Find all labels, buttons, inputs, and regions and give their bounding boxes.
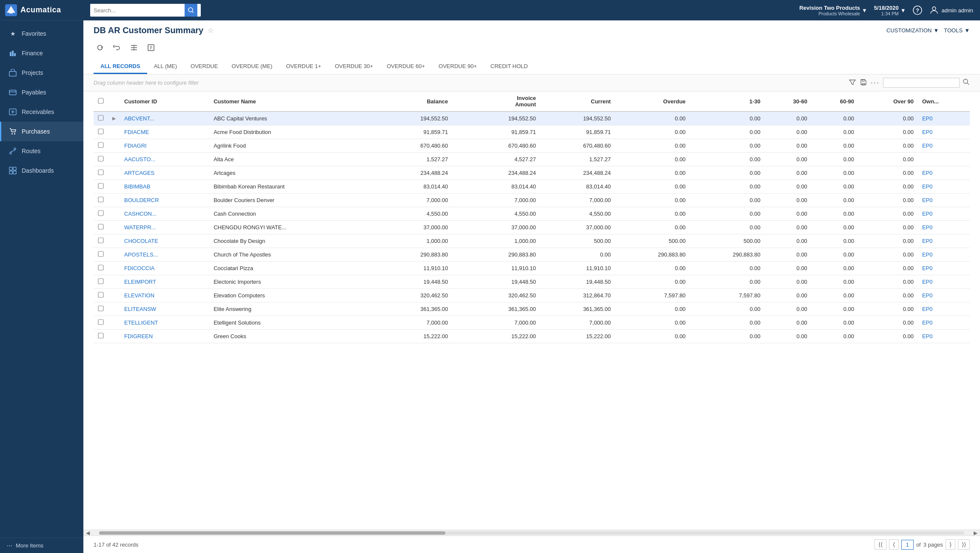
customer-id-link[interactable]: ELEVATION <box>124 292 154 299</box>
row-checkbox[interactable] <box>94 330 108 343</box>
tab-overdue[interactable]: OVERDUE <box>184 60 225 74</box>
col-customer-id[interactable]: Customer ID <box>120 91 209 111</box>
customer-id-link[interactable]: FDICOCCIA <box>124 265 155 271</box>
customer-id-link[interactable]: FDIGREEN <box>124 333 153 339</box>
page-current[interactable]: 1 <box>901 540 914 550</box>
refresh-button[interactable] <box>94 43 106 54</box>
row-checkbox[interactable] <box>94 275 108 289</box>
owner-link[interactable]: EP0 <box>922 211 933 217</box>
search-input[interactable] <box>94 7 185 14</box>
customer-id-link[interactable]: WATERPR... <box>124 224 156 231</box>
horizontal-scrollbar[interactable]: ◀ ▶ <box>83 530 980 536</box>
customer-id-link[interactable]: BIBIMBAB <box>124 183 150 190</box>
more-options-button[interactable]: ··· <box>871 78 880 87</box>
company-selector-button[interactable]: Revision Two Products Products Wholesale… <box>799 5 867 16</box>
owner-link[interactable]: EP0 <box>922 143 933 149</box>
col-1-30[interactable]: 1-30 <box>690 91 765 111</box>
fit-columns-button[interactable] <box>128 43 140 54</box>
owner-link[interactable]: EP0 <box>922 224 933 231</box>
scroll-right-arrow[interactable]: ▶ <box>971 530 980 536</box>
sidebar-item-receivables[interactable]: Receivables <box>0 102 83 122</box>
filter-icon-button[interactable] <box>849 78 856 88</box>
row-checkbox[interactable] <box>94 125 108 139</box>
sidebar-more-items[interactable]: ⋯ More Items <box>0 538 83 553</box>
sidebar-item-purchases[interactable]: Purchases <box>0 122 83 141</box>
row-checkbox[interactable] <box>94 139 108 153</box>
col-60-90[interactable]: 60-90 <box>812 91 858 111</box>
col-30-60[interactable]: 30-60 <box>765 91 812 111</box>
user-button[interactable]: admin admin <box>929 5 973 15</box>
col-customer-name[interactable]: Customer Name <box>209 91 377 111</box>
row-checkbox[interactable] <box>94 180 108 194</box>
tab-all-me[interactable]: ALL (ME) <box>147 60 184 74</box>
row-checkbox[interactable] <box>94 262 108 275</box>
owner-link[interactable]: EP0 <box>922 265 933 271</box>
col-current[interactable]: Current <box>540 91 615 111</box>
row-checkbox[interactable] <box>94 302 108 316</box>
customer-id-link[interactable]: ARTCAGES <box>124 170 154 176</box>
customer-id-link[interactable]: CASHCON... <box>124 211 157 217</box>
row-checkbox[interactable] <box>94 221 108 234</box>
save-filter-button[interactable] <box>860 78 867 88</box>
row-checkbox[interactable] <box>94 316 108 330</box>
customer-id-link[interactable]: BOULDERCR <box>124 197 159 203</box>
row-checkbox[interactable] <box>94 248 108 262</box>
owner-link[interactable]: EP0 <box>922 251 933 258</box>
tab-overdue-1[interactable]: OVERDUE 1+ <box>279 60 328 74</box>
scroll-left-arrow[interactable]: ◀ <box>83 530 92 536</box>
tab-overdue-30[interactable]: OVERDUE 30+ <box>328 60 380 74</box>
undo-button[interactable] <box>111 43 123 54</box>
sidebar-item-favorites[interactable]: ★ Favorites <box>0 24 83 43</box>
tab-overdue-me[interactable]: OVERDUE (ME) <box>225 60 279 74</box>
customer-id-link[interactable]: ETELLIGENT <box>124 319 158 326</box>
owner-link[interactable]: EP0 <box>922 279 933 285</box>
owner-link[interactable]: EP0 <box>922 197 933 203</box>
datetime-selector-button[interactable]: 5/18/2020 1:34 PM ▼ <box>874 5 906 16</box>
owner-link[interactable]: EP0 <box>922 238 933 244</box>
page-prev-button[interactable]: ⟨ <box>889 539 899 550</box>
page-next-button[interactable]: ⟩ <box>946 539 955 550</box>
col-overdue[interactable]: Overdue <box>615 91 690 111</box>
sidebar-item-payables[interactable]: Payables <box>0 83 83 102</box>
col-balance[interactable]: Balance <box>377 91 452 111</box>
row-checkbox[interactable] <box>94 194 108 207</box>
owner-link[interactable]: EP0 <box>922 292 933 299</box>
help-button[interactable]: ? <box>913 6 922 15</box>
owner-link[interactable]: EP0 <box>922 183 933 190</box>
customer-id-link[interactable]: CHOCOLATE <box>124 238 158 244</box>
customer-id-link[interactable]: AACUSTO... <box>124 156 155 162</box>
app-logo[interactable]: Acumatica <box>0 0 83 20</box>
customer-id-link[interactable]: FDIAGRI <box>124 143 147 149</box>
col-owner[interactable]: Own... <box>918 91 970 111</box>
customer-id-link[interactable]: ABCVENT... <box>124 115 154 122</box>
row-checkbox[interactable] <box>94 289 108 302</box>
owner-link[interactable]: EP0 <box>922 319 933 326</box>
owner-link[interactable]: EP0 <box>922 170 933 176</box>
customer-id-link[interactable]: ELITEANSW <box>124 306 156 312</box>
owner-link[interactable]: EP0 <box>922 306 933 312</box>
row-checkbox[interactable] <box>94 234 108 248</box>
owner-link[interactable]: EP0 <box>922 115 933 122</box>
col-over-90[interactable]: Over 90 <box>858 91 918 111</box>
sidebar-item-finance[interactable]: Finance <box>0 43 83 63</box>
row-checkbox[interactable] <box>94 111 108 125</box>
row-checkbox[interactable] <box>94 166 108 180</box>
filter-search-button[interactable] <box>963 79 970 87</box>
tab-all-records[interactable]: ALL RECORDS <box>94 60 147 74</box>
row-checkbox[interactable] <box>94 207 108 221</box>
tab-overdue-60[interactable]: OVERDUE 60+ <box>380 60 432 74</box>
sidebar-item-routes[interactable]: Routes <box>0 141 83 161</box>
customer-id-link[interactable]: APOSTELS... <box>124 251 158 258</box>
row-checkbox[interactable] <box>94 153 108 166</box>
sidebar-item-dashboards[interactable]: Dashboards <box>0 161 83 180</box>
col-invoice-amount[interactable]: InvoiceAmount <box>452 91 540 111</box>
page-first-button[interactable]: ⟨⟨ <box>875 539 886 550</box>
customization-button[interactable]: CUSTOMIZATION ▼ <box>886 27 939 34</box>
customer-id-link[interactable]: ELEIMPORT <box>124 279 156 285</box>
filter-search-input[interactable] <box>883 78 960 88</box>
sidebar-item-projects[interactable]: Projects <box>0 63 83 83</box>
customer-id-link[interactable]: FDIACME <box>124 129 149 135</box>
search-button[interactable] <box>185 4 197 17</box>
owner-link[interactable]: EP0 <box>922 129 933 135</box>
page-last-button[interactable]: ⟩⟩ <box>958 539 970 550</box>
